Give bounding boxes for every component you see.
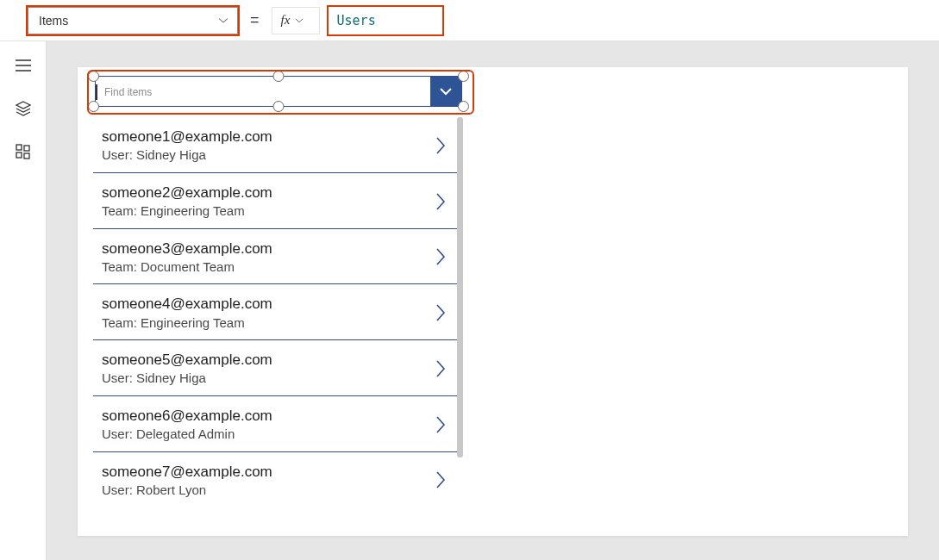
result-subtitle: User: Delegated Admin: [102, 426, 428, 443]
results-list: someone1@example.com User: Sidney Higa s…: [93, 117, 457, 518]
canvas[interactable]: Find items: [78, 67, 908, 536]
chevron-right-icon: [435, 470, 450, 489]
list-item[interactable]: someone3@example.com Team: Document Team: [93, 229, 457, 285]
resize-handle[interactable]: [273, 101, 285, 112]
chevron-right-icon: [435, 359, 450, 378]
svg-rect-3: [24, 153, 29, 159]
list-item[interactable]: someone5@example.com User: Sidney Higa: [93, 340, 457, 396]
chevron-right-icon: [435, 303, 450, 322]
resize-handle[interactable]: [88, 101, 99, 112]
result-subtitle: Team: Document Team: [102, 258, 428, 276]
list-item[interactable]: someone1@example.com User: Sidney Higa: [93, 117, 457, 173]
equals-sign: =: [247, 11, 263, 29]
formula-input[interactable]: Users: [329, 7, 442, 34]
result-subtitle: User: Robert Lyon: [102, 482, 428, 499]
list-item[interactable]: someone4@example.com Team: Engineering T…: [93, 284, 457, 340]
formula-expression: Users: [337, 13, 376, 28]
list-item[interactable]: someone7@example.com User: Robert Lyon: [93, 452, 457, 507]
grid-icon[interactable]: [15, 143, 32, 160]
fx-button[interactable]: fx: [272, 7, 320, 34]
result-email: someone1@example.com: [102, 128, 428, 146]
resize-handle[interactable]: [458, 101, 469, 112]
combobox-placeholder: Find items: [96, 84, 430, 100]
canvas-area: Find items: [47, 41, 939, 560]
left-rail: [0, 41, 47, 560]
result-email: someone2@example.com: [102, 184, 428, 202]
chevron-right-icon: [435, 136, 450, 155]
formula-bar: Items = fx Users: [0, 0, 939, 41]
result-subtitle: User: Sidney Higa: [102, 146, 428, 164]
main-area: Find items: [0, 41, 939, 560]
resize-handle[interactable]: [273, 71, 285, 82]
result-email: someone6@example.com: [102, 407, 428, 425]
chevron-right-icon: [435, 247, 450, 266]
list-item[interactable]: someone6@example.com User: Delegated Adm…: [93, 396, 457, 452]
combobox-dropdown-button[interactable]: [430, 77, 461, 106]
result-email: someone3@example.com: [102, 240, 428, 258]
svg-rect-2: [16, 152, 22, 158]
fx-label: fx: [281, 13, 291, 28]
svg-rect-1: [24, 146, 29, 151]
result-subtitle: Team: Engineering Team: [102, 202, 428, 220]
svg-rect-0: [16, 145, 22, 150]
chevron-down-icon: [218, 16, 228, 26]
hamburger-icon[interactable]: [15, 57, 32, 74]
chevron-down-icon: [295, 16, 304, 25]
layers-icon[interactable]: [15, 100, 32, 117]
property-selector[interactable]: Items: [28, 7, 238, 34]
result-email: someone7@example.com: [102, 463, 428, 481]
resize-handle[interactable]: [458, 71, 469, 82]
chevron-right-icon: [435, 415, 450, 434]
resize-handle[interactable]: [88, 71, 99, 82]
property-selector-label: Items: [39, 14, 68, 28]
result-email: someone5@example.com: [102, 351, 428, 369]
chevron-right-icon: [435, 192, 450, 211]
result-email: someone4@example.com: [102, 295, 428, 313]
list-item[interactable]: someone2@example.com Team: Engineering T…: [93, 173, 457, 229]
result-subtitle: User: Sidney Higa: [102, 370, 428, 387]
scrollbar[interactable]: [457, 117, 463, 457]
combobox-control[interactable]: Find items: [88, 71, 469, 112]
result-subtitle: Team: Engineering Team: [102, 314, 428, 332]
